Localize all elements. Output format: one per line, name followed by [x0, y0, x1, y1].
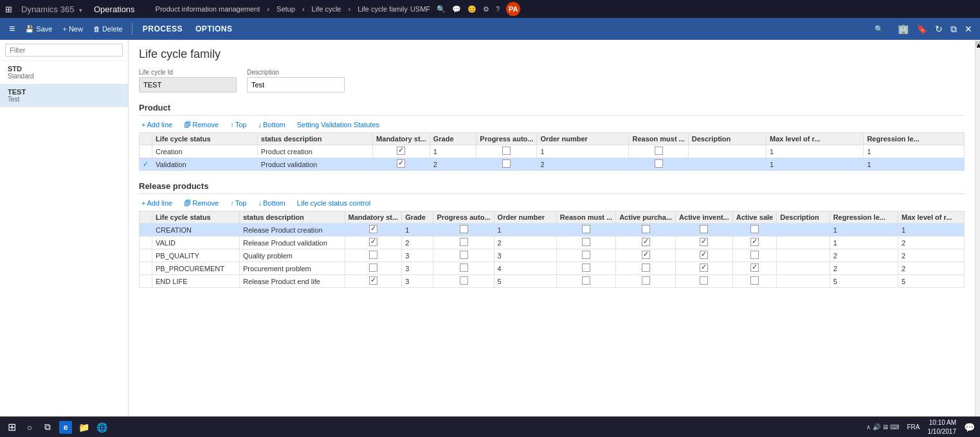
save-button[interactable]: 💾 Save: [21, 21, 56, 37]
checkbox[interactable]: [700, 263, 708, 272]
checkbox[interactable]: [655, 147, 663, 155]
table-row[interactable]: ✓ Validation Product validation 2 2 1 1: [140, 158, 965, 171]
checkbox[interactable]: [460, 276, 468, 285]
row-active-purchase[interactable]: [616, 236, 676, 249]
row-progress[interactable]: [433, 236, 494, 249]
checkbox[interactable]: [655, 159, 663, 168]
row-reason[interactable]: [556, 249, 615, 262]
row-progress[interactable]: [433, 224, 494, 236]
row-reason[interactable]: [556, 262, 615, 275]
checkbox[interactable]: [397, 147, 405, 155]
product-bottom-btn[interactable]: ↓ Bottom: [255, 120, 287, 130]
row-mandatory[interactable]: [373, 158, 430, 171]
ie-icon[interactable]: e: [59, 421, 72, 434]
checkbox[interactable]: [750, 238, 759, 246]
checkbox[interactable]: [700, 276, 708, 285]
window-btn-1[interactable]: 🏢: [895, 21, 911, 37]
checkbox[interactable]: [750, 225, 759, 233]
row-reason[interactable]: [556, 236, 615, 249]
search-taskbar-icon[interactable]: ○: [23, 421, 36, 434]
row-active-inventory[interactable]: [676, 249, 733, 262]
release-top-btn[interactable]: ↑ Top: [228, 198, 249, 208]
checkbox[interactable]: [582, 263, 590, 272]
row-reason[interactable]: [556, 224, 615, 236]
row-mandatory[interactable]: [345, 275, 402, 288]
product-add-line-btn[interactable]: + Add line: [139, 120, 175, 130]
checkbox[interactable]: [460, 251, 468, 259]
checkbox[interactable]: [642, 251, 650, 259]
grid-icon[interactable]: ⊞: [5, 4, 12, 14]
product-setting-btn[interactable]: Setting Validation Statutes: [295, 120, 382, 130]
start-button[interactable]: ⊞: [5, 421, 18, 434]
table-row[interactable]: PB_QUALITY Quality problem 3 3 2 2: [140, 249, 965, 262]
chrome-icon[interactable]: 🌐: [95, 421, 108, 434]
checkbox[interactable]: [582, 225, 590, 233]
row-mandatory[interactable]: [345, 262, 402, 275]
checkbox[interactable]: [700, 251, 708, 259]
window-btn-2[interactable]: 🔖: [914, 21, 930, 37]
right-scrollbar[interactable]: ▲: [975, 40, 980, 416]
product-top-btn[interactable]: ↑ Top: [228, 120, 249, 130]
search-toolbar-btn[interactable]: 🔍: [871, 21, 887, 37]
release-add-line-btn[interactable]: + Add line: [139, 198, 175, 208]
release-bottom-btn[interactable]: ↓ Bottom: [255, 198, 287, 208]
smiley-icon[interactable]: 😊: [467, 5, 476, 13]
product-remove-btn[interactable]: 🗐 Remove: [181, 120, 221, 130]
app-name[interactable]: Dynamics 365 ▾: [20, 4, 84, 14]
checkbox[interactable]: [750, 263, 759, 272]
row-progress[interactable]: [476, 145, 537, 158]
checkbox[interactable]: [460, 238, 468, 246]
row-mandatory[interactable]: [345, 249, 402, 262]
checkbox[interactable]: [369, 225, 377, 233]
restore-btn[interactable]: ⧉: [948, 21, 959, 37]
settings-icon[interactable]: ⚙: [483, 5, 489, 13]
checkbox[interactable]: [582, 251, 590, 259]
row-mandatory[interactable]: [373, 145, 430, 158]
notification-icon[interactable]: 💬: [964, 422, 975, 433]
checkbox[interactable]: [750, 251, 759, 259]
hamburger-button[interactable]: ≡: [5, 22, 19, 36]
row-mandatory[interactable]: [345, 236, 402, 249]
checkbox[interactable]: [502, 147, 511, 155]
caret-icon[interactable]: ▾: [79, 7, 82, 13]
row-reason[interactable]: [629, 158, 688, 171]
checkbox[interactable]: [460, 225, 468, 233]
row-active-inventory[interactable]: [676, 236, 733, 249]
table-row[interactable]: Creation Product creation 1 1 1 1: [140, 145, 965, 158]
help-icon[interactable]: ?: [496, 5, 500, 13]
row-active-sale[interactable]: [732, 262, 776, 275]
checkbox[interactable]: [397, 159, 405, 168]
process-menu[interactable]: PROCESS: [138, 21, 188, 37]
checkbox[interactable]: [642, 263, 650, 272]
row-active-purchase[interactable]: [616, 275, 676, 288]
row-active-sale[interactable]: [732, 224, 776, 236]
description-input[interactable]: [247, 77, 345, 93]
row-progress[interactable]: [433, 249, 494, 262]
checkbox[interactable]: [642, 225, 650, 233]
checkbox[interactable]: [582, 238, 590, 246]
table-row[interactable]: END LIFE Release Product end life 3 5 5 …: [140, 275, 965, 288]
release-lc-control-btn[interactable]: Life cycle status control: [295, 198, 373, 208]
lifecycle-id-input[interactable]: [139, 77, 237, 93]
checkbox[interactable]: [642, 276, 650, 285]
new-button[interactable]: + New: [59, 21, 87, 37]
sidebar-item-test[interactable]: TEST Test: [0, 84, 128, 107]
checkbox[interactable]: [750, 276, 759, 285]
checkbox[interactable]: [460, 263, 468, 272]
row-active-purchase[interactable]: [616, 224, 676, 236]
checkbox[interactable]: [502, 159, 511, 168]
table-row[interactable]: CREATION Release Product creation 1 1 1 …: [140, 224, 965, 236]
checkbox[interactable]: [369, 238, 377, 246]
row-active-inventory[interactable]: [676, 262, 733, 275]
checkbox[interactable]: [369, 263, 377, 272]
delete-button[interactable]: 🗑 Delete: [89, 21, 127, 37]
checkbox[interactable]: [700, 238, 708, 246]
row-active-purchase[interactable]: [616, 249, 676, 262]
search-icon[interactable]: 🔍: [437, 5, 446, 13]
row-active-purchase[interactable]: [616, 262, 676, 275]
checkbox[interactable]: [582, 276, 590, 285]
row-active-inventory[interactable]: [676, 224, 733, 236]
filter-input[interactable]: [5, 44, 123, 57]
row-reason[interactable]: [629, 145, 688, 158]
row-mandatory[interactable]: [345, 224, 402, 236]
